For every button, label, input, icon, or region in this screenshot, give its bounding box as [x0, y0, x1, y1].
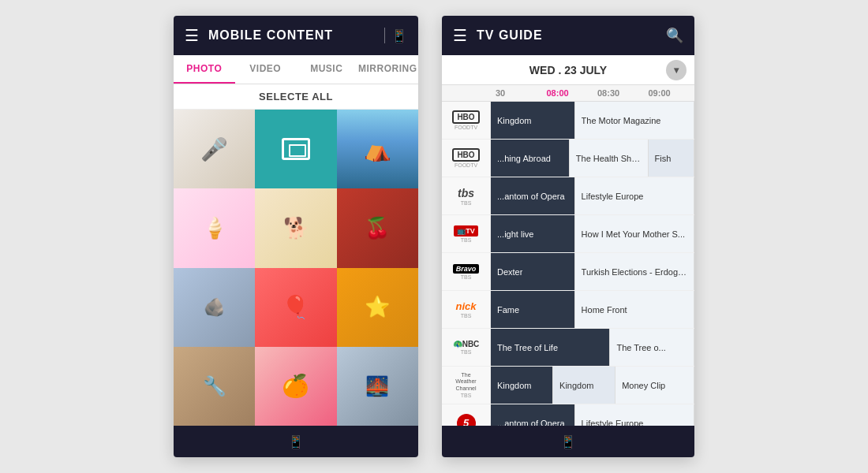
program-label: The Tree o...	[616, 343, 665, 352]
nbc-logo: 🦚NBC	[453, 340, 480, 348]
photo-cell-selected[interactable]	[255, 110, 336, 188]
program-motor-magazine[interactable]: The Motor Magazine	[575, 102, 694, 139]
channel-sub-4: TBS	[461, 237, 472, 243]
program-phantom2[interactable]: ...antom of Opera	[491, 404, 575, 426]
time-slot-3: 09:00	[644, 85, 695, 101]
menu-icon[interactable]: ☰	[185, 26, 199, 45]
channel-nbc[interactable]: 🦚NBC TBS	[442, 329, 491, 366]
tv-logo: 📺TV	[454, 225, 478, 236]
nick-logo: nick	[455, 300, 476, 312]
programs-row-5: Dexter Turkish Elections - Erdogan P...	[491, 253, 694, 290]
program-label: Money Clip	[622, 381, 665, 390]
program-kingdom-1[interactable]: Kingdom	[491, 102, 575, 139]
header-divider	[384, 28, 385, 43]
guide-row-tbs1: tbs TBS ...antom of Opera Lifestyle Euro…	[442, 177, 694, 215]
program-label: Lifestyle Europe	[582, 419, 644, 426]
channel-nick[interactable]: nick TBS	[442, 291, 491, 328]
program-howimetym[interactable]: How I Met Your Mother S...	[575, 215, 694, 252]
channel-bravo[interactable]: Bravo TBS	[442, 253, 491, 290]
photo-cell-starfish[interactable]	[337, 268, 418, 347]
program-homefront[interactable]: Home Front	[575, 291, 694, 328]
program-fame[interactable]: Fame	[491, 291, 575, 328]
guide-row-weather: TheWeatherChannel TBS Kingdom Kingdom Mo…	[442, 367, 694, 404]
photo-cell-balloon[interactable]	[255, 268, 336, 347]
guide-row-bravo: Bravo TBS Dexter Turkish Elections - Erd…	[442, 253, 694, 291]
photo-cell-icecream[interactable]	[174, 188, 255, 267]
tv-phone-footer-icon[interactable]: 📱	[560, 434, 576, 449]
channel-weather[interactable]: TheWeatherChannel TBS	[442, 367, 491, 404]
cast-icon[interactable]: 📱	[391, 28, 407, 43]
tv-header: ☰ TV GUIDE 🔍	[442, 16, 694, 55]
programs-row-2: ...hing Abroad The Health Show Fish	[491, 140, 694, 177]
programs-row-4: ...ight live How I Met Your Mother S...	[491, 215, 694, 252]
photo-cell-tent[interactable]	[337, 110, 418, 188]
channel-col-header	[442, 85, 491, 101]
hbo-logo-2: HBO	[452, 148, 479, 162]
programs-row-6: Fame Home Front	[491, 291, 694, 328]
tv-footer: 📱	[442, 426, 694, 457]
channel-tbs1[interactable]: tbs TBS	[442, 177, 491, 214]
program-label: Home Front	[582, 305, 627, 315]
photo-cell-grapefruit[interactable]	[255, 347, 336, 426]
selected-icon	[282, 138, 310, 160]
program-moneyclip[interactable]: Money Clip	[615, 367, 694, 404]
channel-tv[interactable]: 📺TV TBS	[442, 215, 491, 252]
program-label: Fame	[497, 305, 519, 315]
channel-sub-8: TBS	[461, 393, 472, 398]
channel-hbo1[interactable]: HBO FOODTV	[442, 102, 491, 139]
program-fishing[interactable]: ...hing Abroad	[491, 140, 570, 177]
program-phantom1[interactable]: ...antom of Opera	[491, 177, 575, 214]
channel-sub-1: FOODTV	[455, 125, 477, 130]
photo-cell-dog[interactable]	[255, 188, 336, 267]
photo-cell-tools[interactable]	[174, 347, 255, 426]
mobile-header: ☰ MOBILE CONTENT 📱	[174, 16, 418, 55]
ch5-logo: 5	[457, 414, 476, 426]
tab-music[interactable]: MUSIC	[296, 55, 357, 84]
photo-cell-stones[interactable]	[174, 268, 255, 347]
program-fish[interactable]: Fish	[649, 140, 694, 177]
channel-sub-2: FOODTV	[455, 162, 477, 168]
program-lifestyle2[interactable]: Lifestyle Europe	[575, 404, 694, 426]
tbs-logo: tbs	[458, 187, 474, 199]
channel-hbo2[interactable]: HBO FOODTV	[442, 140, 491, 177]
time-slot-2: 08:30	[593, 85, 644, 101]
program-label: The Motor Magazine	[582, 116, 661, 125]
select-all-bar[interactable]: SELECTE ALL	[174, 84, 418, 110]
weather-logo: TheWeatherChannel	[455, 372, 476, 392]
program-dexter[interactable]: Dexter	[491, 253, 575, 290]
photo-cell-mic[interactable]	[174, 110, 255, 188]
photo-cell-bridge[interactable]	[337, 347, 418, 426]
program-turkish[interactable]: Turkish Elections - Erdogan P...	[575, 253, 694, 290]
program-label: How I Met Your Mother S...	[582, 229, 685, 239]
tv-menu-icon[interactable]: ☰	[453, 26, 467, 45]
date-dropdown-button[interactable]: ▾	[666, 60, 687, 80]
program-kingdom-w1[interactable]: Kingdom	[491, 367, 553, 404]
tab-mirroring[interactable]: MIRRORING	[357, 55, 419, 84]
guide-content: HBO FOODTV Kingdom The Motor Magazine HB…	[442, 102, 694, 426]
search-icon[interactable]: 🔍	[666, 27, 683, 44]
tab-video[interactable]: VIDEO	[235, 55, 297, 84]
tabs-bar: PHOTO VIDEO MUSIC MIRRORING	[174, 55, 418, 84]
date-bar: WED . 23 JULY ▾	[442, 55, 694, 85]
program-health-show[interactable]: The Health Show	[570, 140, 649, 177]
photo-cell-cherries[interactable]	[337, 188, 418, 267]
guide-row-nick: nick TBS Fame Home Front	[442, 291, 694, 329]
channel-ch5[interactable]: 5	[442, 404, 491, 426]
program-kingdom-w2[interactable]: Kingdom	[553, 367, 615, 404]
header-icons: 📱	[384, 28, 407, 43]
program-tonight[interactable]: ...ight live	[491, 215, 575, 252]
program-label: The Tree of Life	[497, 343, 558, 352]
tv-guide-screen: ☰ TV GUIDE 🔍 WED . 23 JULY ▾ 30 08:00 08…	[442, 16, 694, 457]
program-treeoflife1[interactable]: The Tree of Life	[491, 329, 610, 366]
tv-title: TV GUIDE	[477, 28, 666, 43]
program-label: ...ight live	[497, 229, 533, 239]
program-label: Turkish Elections - Erdogan P...	[582, 267, 687, 277]
current-date: WED . 23 JULY	[529, 64, 607, 76]
program-lifestyle1[interactable]: Lifestyle Europe	[575, 177, 694, 214]
tab-photo[interactable]: PHOTO	[174, 55, 235, 84]
program-treeoflife2[interactable]: The Tree o...	[610, 329, 694, 366]
program-label: Lifestyle Europe	[582, 192, 644, 201]
channel-sub-7: TBS	[461, 349, 472, 355]
phone-footer-icon[interactable]: 📱	[288, 434, 304, 449]
program-label: ...hing Abroad	[497, 154, 551, 163]
